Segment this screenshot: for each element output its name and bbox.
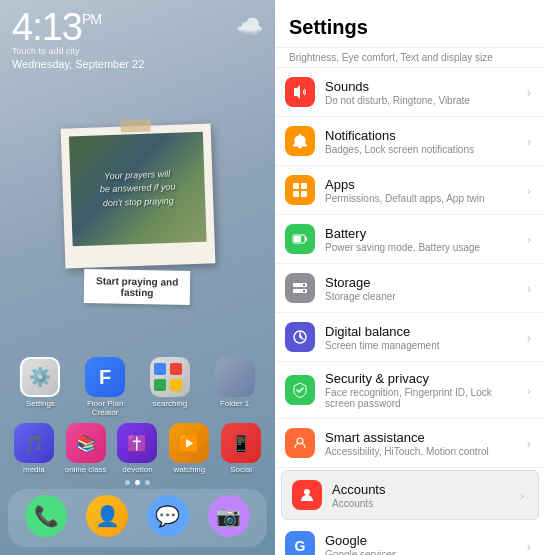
dot-2 [135, 480, 140, 485]
settings-item-sounds[interactable]: Sounds Do not disturb, Ringtone, Vibrate… [275, 68, 545, 117]
class-label: online class [65, 465, 107, 474]
searching-label: searching [153, 399, 188, 408]
security-title: Security & privacy [325, 371, 523, 386]
accounts-title: Accounts [332, 482, 516, 497]
svg-rect-6 [294, 236, 301, 242]
smart-assistance-icon [285, 428, 315, 458]
app-online-class[interactable]: 📚 online class [60, 423, 112, 474]
app-searching[interactable]: searching [144, 357, 196, 417]
google-icon: G [285, 531, 315, 555]
app-settings[interactable]: ⚙️ Settings [14, 357, 66, 417]
page-dots [0, 476, 275, 489]
settings-item-notifications[interactable]: Notifications Badges, Lock screen notifi… [275, 117, 545, 166]
settings-label: Settings [26, 399, 55, 408]
left-panel: 4:13PM Touch to add city ☁️ Wednesday, S… [0, 0, 275, 555]
dock-messages[interactable]: 💬 [147, 495, 189, 537]
storage-chevron: › [527, 281, 531, 296]
weather-icon: ☁️ [236, 14, 263, 40]
right-panel: Settings Brightness, Eye comfort, Text a… [275, 0, 545, 555]
time-display: 4:13PM [12, 8, 101, 46]
app-devotion[interactable]: ✝️ devotion [112, 423, 164, 474]
folder-icon [215, 357, 255, 397]
dot-3 [145, 480, 150, 485]
app-folder[interactable]: Folder 1 [209, 357, 261, 417]
digital-balance-chevron: › [527, 330, 531, 345]
social-icon: 📱 [221, 423, 261, 463]
battery-subtitle: Power saving mode, Battery usage [325, 242, 523, 253]
settings-list: Brightness, Eye comfort, Text and displa… [275, 48, 545, 555]
security-chevron: › [527, 383, 531, 398]
svg-rect-3 [301, 191, 307, 197]
svg-rect-1 [301, 183, 307, 189]
smart-assistance-text: Smart assistance Accessibility, HiTouch,… [325, 430, 523, 457]
accounts-text: Accounts Accounts [332, 482, 516, 509]
devotion-icon: ✝️ [117, 423, 157, 463]
floorplan-icon: F [85, 357, 125, 397]
digital-balance-icon [285, 322, 315, 352]
notifications-title: Notifications [325, 128, 523, 143]
google-text: Google Google services [325, 533, 523, 556]
digital-balance-title: Digital balance [325, 324, 523, 339]
svg-point-13 [304, 489, 310, 495]
watching-label: watching [174, 465, 206, 474]
devotion-label: devotion [122, 465, 152, 474]
sounds-chevron: › [527, 85, 531, 100]
accounts-subtitle: Accounts [332, 498, 516, 509]
battery-title: Battery [325, 226, 523, 241]
security-subtitle: Face recognition, Fingerprint ID, Lock s… [325, 387, 523, 409]
settings-item-security[interactable]: Security & privacy Face recognition, Fin… [275, 362, 545, 419]
settings-item-smart-assistance[interactable]: Smart assistance Accessibility, HiTouch,… [275, 419, 545, 468]
settings-item-digital-balance[interactable]: Digital balance Screen time management › [275, 313, 545, 362]
sounds-text: Sounds Do not disturb, Ringtone, Vibrate [325, 79, 523, 106]
security-icon [285, 375, 315, 405]
settings-item-battery[interactable]: Battery Power saving mode, Battery usage… [275, 215, 545, 264]
settings-item-storage[interactable]: Storage Storage cleaner › [275, 264, 545, 313]
folder-label: Folder 1 [220, 399, 249, 408]
settings-item-google[interactable]: G Google Google services › [275, 522, 545, 555]
google-subtitle: Google services [325, 549, 523, 556]
dock-camera[interactable]: 📷 [208, 495, 250, 537]
settings-item-accounts[interactable]: Accounts Accounts › [281, 470, 539, 520]
sounds-icon [285, 77, 315, 107]
app-watching[interactable]: ▶️ watching [163, 423, 215, 474]
time-value: 4:13 [12, 6, 82, 48]
settings-item-apps[interactable]: Apps Permissions, Default apps, App twin… [275, 166, 545, 215]
social-label: Social [230, 465, 252, 474]
polaroid-image: Your prayers willbe answered if youdon't… [68, 131, 206, 246]
app-row-1: ⚙️ Settings F Floor PlanCreator searchin… [0, 353, 275, 421]
partial-top-item: Brightness, Eye comfort, Text and displa… [275, 48, 545, 68]
digital-balance-subtitle: Screen time management [325, 340, 523, 351]
svg-rect-2 [293, 191, 299, 197]
praying-card: Start praying andfasting [84, 269, 191, 305]
app-social[interactable]: 📱 Social [215, 423, 267, 474]
app-row-2: 🎵 media 📚 online class ✝️ devotion ▶️ wa… [0, 421, 275, 476]
smart-assistance-chevron: › [527, 436, 531, 451]
watching-icon: ▶️ [169, 423, 209, 463]
dot-1 [125, 480, 130, 485]
svg-point-9 [303, 284, 305, 286]
polaroid-card: Your prayers willbe answered if youdon't… [60, 123, 215, 268]
battery-text: Battery Power saving mode, Battery usage [325, 226, 523, 253]
app-floorplan[interactable]: F Floor PlanCreator [79, 357, 131, 417]
polaroid-tape [120, 119, 150, 132]
notifications-text: Notifications Badges, Lock screen notifi… [325, 128, 523, 155]
smart-assistance-title: Smart assistance [325, 430, 523, 445]
notifications-icon [285, 126, 315, 156]
sounds-subtitle: Do not disturb, Ringtone, Vibrate [325, 95, 523, 106]
dock-phone[interactable]: 📞 [25, 495, 67, 537]
app-media[interactable]: 🎵 media [8, 423, 60, 474]
status-bar: 4:13PM Touch to add city ☁️ [0, 0, 275, 58]
photo-area: Your prayers willbe answered if youdon't… [0, 76, 275, 353]
google-chevron: › [527, 539, 531, 554]
notifications-chevron: › [527, 134, 531, 149]
security-text: Security & privacy Face recognition, Fin… [325, 371, 523, 409]
settings-icon: ⚙️ [20, 357, 60, 397]
bottom-dock: 📞 👤 💬 📷 [8, 489, 267, 547]
svg-point-10 [303, 290, 305, 292]
touch-city-label[interactable]: Touch to add city [12, 46, 101, 56]
media-icon: 🎵 [14, 423, 54, 463]
media-label: media [23, 465, 45, 474]
dock-contacts[interactable]: 👤 [86, 495, 128, 537]
notifications-subtitle: Badges, Lock screen notifications [325, 144, 523, 155]
storage-text: Storage Storage cleaner [325, 275, 523, 302]
